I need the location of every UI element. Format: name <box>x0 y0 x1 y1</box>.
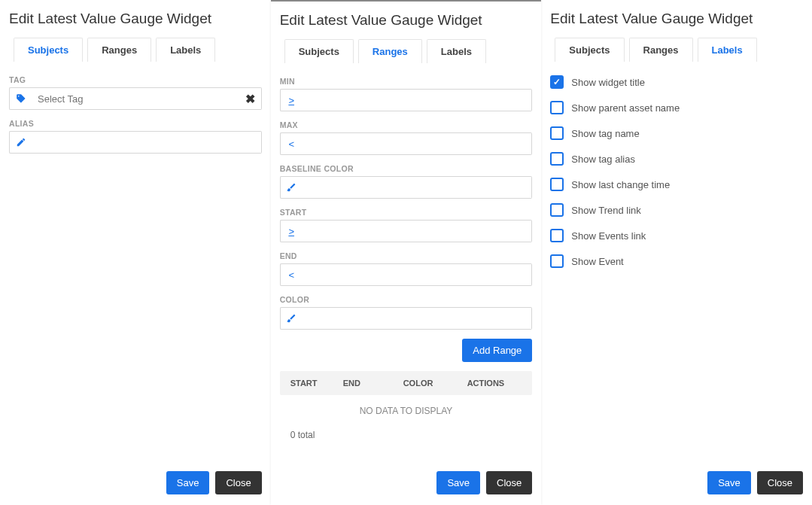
th-actions: ACTIONS <box>467 379 522 388</box>
checkbox-row: Show Events link <box>550 229 803 242</box>
checkbox-row: Show Event <box>550 254 803 268</box>
tab-labels[interactable]: Labels <box>427 39 486 63</box>
close-icon: ✖ <box>245 92 255 106</box>
tag-icon <box>9 87 32 110</box>
footer: Save Close <box>550 464 803 494</box>
checkbox-row: Show widget title <box>550 75 803 89</box>
save-button[interactable]: Save <box>707 471 751 494</box>
color-label: COLOR <box>280 295 533 304</box>
min-label: MIN <box>280 77 533 86</box>
tabs: Subjects Ranges Labels <box>555 38 803 62</box>
checkbox[interactable] <box>550 254 564 268</box>
checkbox-label: Show tag name <box>571 128 639 139</box>
no-data-message: NO DATA TO DISPLAY <box>280 395 533 427</box>
subjects-panel: Edit Latest Value Gauge Widget Subjects … <box>0 0 271 505</box>
checkbox-label: Show Events link <box>571 230 646 242</box>
start-label: START <box>280 208 533 217</box>
checkbox[interactable] <box>550 203 564 217</box>
panel-title: Edit Latest Value Gauge Widget <box>550 11 803 27</box>
footer: Save Close <box>280 464 533 494</box>
th-start: START <box>290 379 343 388</box>
th-color: COLOR <box>403 379 467 388</box>
tab-ranges[interactable]: Ranges <box>629 38 693 62</box>
ranges-content: MIN > MAX < BASELINE COLOR START <box>280 77 533 464</box>
checkbox-label: Show last change time <box>571 179 670 190</box>
gte-icon: > <box>280 89 303 111</box>
save-button[interactable]: Save <box>166 471 210 494</box>
close-button[interactable]: Close <box>486 471 532 494</box>
close-button[interactable]: Close <box>215 471 261 494</box>
subjects-content: TAG ✖ ALIAS <box>9 75 262 464</box>
checkbox-label: Show widget title <box>571 77 645 88</box>
labels-panel: Edit Latest Value Gauge Widget Subjects … <box>541 0 812 505</box>
ranges-table-header: START END COLOR ACTIONS <box>280 371 533 395</box>
checkbox-row: Show parent asset name <box>550 101 803 114</box>
checkbox-label: Show tag alias <box>571 154 635 165</box>
brush-icon <box>280 176 303 199</box>
checkbox[interactable] <box>550 75 564 89</box>
tab-labels[interactable]: Labels <box>698 38 757 62</box>
checkbox[interactable] <box>550 152 564 166</box>
th-end: END <box>343 379 403 388</box>
checkbox-label: Show Trend link <box>571 205 641 216</box>
end-label: END <box>280 251 533 260</box>
checkbox[interactable] <box>550 101 564 114</box>
checkbox-label: Show parent asset name <box>571 102 680 114</box>
checkbox-row: Show tag name <box>550 126 803 140</box>
tab-subjects[interactable]: Subjects <box>14 38 83 62</box>
ranges-panel: Edit Latest Value Gauge Widget Subjects … <box>271 0 542 505</box>
max-input[interactable] <box>303 132 533 155</box>
labels-content: Show widget titleShow parent asset nameS… <box>550 75 803 464</box>
baseline-color-input[interactable] <box>303 176 533 199</box>
save-button[interactable]: Save <box>436 471 480 494</box>
color-input[interactable] <box>303 307 533 330</box>
pencil-icon <box>9 131 32 154</box>
lt-icon: < <box>280 263 303 286</box>
tag-input[interactable] <box>32 87 239 110</box>
brush-icon <box>280 307 303 330</box>
total-count: 0 total <box>290 427 533 448</box>
checkbox-row: Show last change time <box>550 178 803 191</box>
checkbox-row: Show tag alias <box>550 152 803 166</box>
tag-label: TAG <box>9 75 262 84</box>
tab-subjects[interactable]: Subjects <box>555 38 624 62</box>
lt-icon: < <box>280 132 303 155</box>
tab-ranges[interactable]: Ranges <box>87 38 151 62</box>
close-button[interactable]: Close <box>757 471 803 494</box>
checkbox[interactable] <box>550 126 564 140</box>
tabs: Subjects Ranges Labels <box>284 39 533 63</box>
end-input[interactable] <box>303 263 533 286</box>
tab-labels[interactable]: Labels <box>156 38 215 62</box>
baseline-color-label: BASELINE COLOR <box>280 164 533 173</box>
tab-subjects[interactable]: Subjects <box>284 39 354 63</box>
min-input[interactable] <box>303 89 533 111</box>
checkbox[interactable] <box>550 229 564 242</box>
checkbox-label: Show Event <box>571 256 623 267</box>
checkbox-row: Show Trend link <box>550 203 803 217</box>
panel-title: Edit Latest Value Gauge Widget <box>280 12 533 29</box>
add-range-button[interactable]: Add Range <box>462 339 532 362</box>
checkbox[interactable] <box>550 178 564 191</box>
alias-label: ALIAS <box>9 119 262 128</box>
max-label: MAX <box>280 120 533 129</box>
panel-title: Edit Latest Value Gauge Widget <box>9 11 262 27</box>
alias-input[interactable] <box>32 131 262 154</box>
gte-icon: > <box>280 220 303 242</box>
start-input[interactable] <box>303 220 533 242</box>
tabs: Subjects Ranges Labels <box>14 38 262 62</box>
tag-clear-button[interactable]: ✖ <box>239 87 262 110</box>
footer: Save Close <box>9 464 262 494</box>
tab-ranges[interactable]: Ranges <box>358 39 422 63</box>
